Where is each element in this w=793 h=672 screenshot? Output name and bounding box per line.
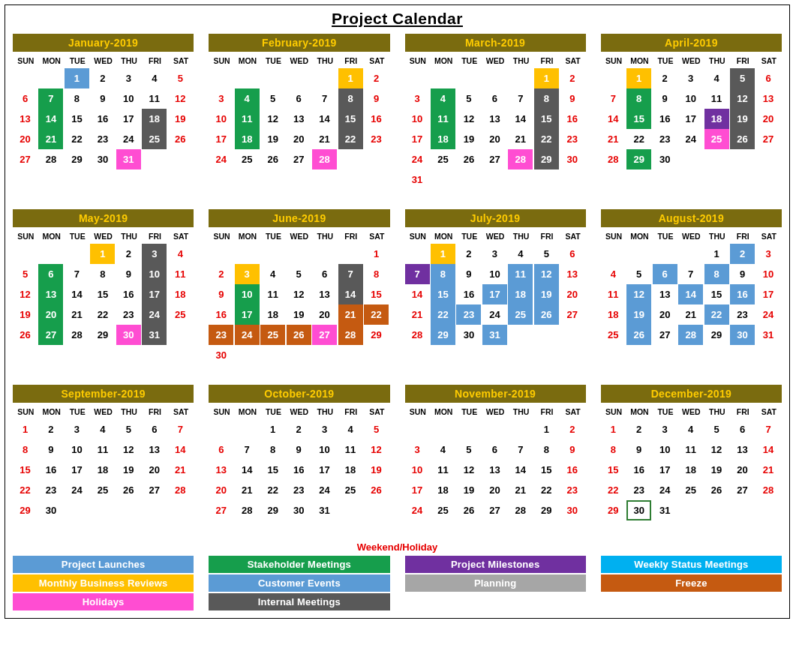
day-cell[interactable]: 9	[626, 440, 651, 460]
day-cell[interactable]: 3	[312, 419, 337, 440]
day-cell[interactable]: 21	[312, 129, 337, 149]
day-cell[interactable]: 26	[116, 480, 141, 500]
day-cell[interactable]: 14	[601, 109, 626, 129]
day-cell[interactable]: 9	[287, 440, 311, 460]
day-cell[interactable]: 3	[405, 440, 430, 460]
day-cell[interactable]: 17	[405, 480, 430, 500]
day-cell[interactable]: 16	[560, 460, 584, 480]
day-cell[interactable]: 11	[704, 88, 729, 109]
day-cell[interactable]: 28	[678, 325, 703, 345]
day-cell[interactable]: 22	[601, 480, 626, 500]
day-cell[interactable]: 18	[168, 284, 193, 304]
day-cell[interactable]: 3	[405, 88, 430, 109]
day-cell[interactable]: 23	[116, 304, 141, 325]
day-cell[interactable]: 25	[168, 304, 193, 325]
day-cell[interactable]: 4	[142, 68, 167, 88]
day-cell[interactable]: 31	[405, 170, 430, 190]
day-cell[interactable]: 22	[534, 480, 559, 500]
day-cell[interactable]: 28	[65, 325, 89, 345]
day-cell[interactable]: 12	[168, 88, 193, 109]
day-cell[interactable]: 3	[482, 244, 507, 264]
day-cell[interactable]: 23	[730, 304, 755, 325]
day-cell[interactable]: 8	[260, 440, 285, 460]
day-cell[interactable]: 24	[405, 149, 430, 170]
day-cell[interactable]: 25	[678, 480, 703, 500]
day-cell[interactable]: 16	[209, 304, 233, 325]
day-cell[interactable]: 13	[482, 109, 507, 129]
day-cell[interactable]: 2	[560, 419, 584, 440]
day-cell[interactable]: 3	[116, 68, 141, 88]
day-cell[interactable]: 29	[90, 325, 115, 345]
day-cell[interactable]: 24	[235, 325, 260, 345]
day-cell[interactable]: 22	[626, 129, 651, 149]
day-cell[interactable]: 4	[704, 68, 729, 88]
day-cell[interactable]: 5	[534, 244, 559, 264]
day-cell[interactable]: 22	[534, 129, 559, 149]
day-cell[interactable]: 18	[260, 304, 285, 325]
day-cell[interactable]: 11	[678, 440, 703, 460]
day-cell[interactable]: 8	[338, 88, 363, 109]
day-cell[interactable]: 25	[90, 480, 115, 500]
day-cell[interactable]: 4	[235, 88, 260, 109]
day-cell[interactable]: 23	[287, 480, 311, 500]
day-cell[interactable]: 12	[116, 440, 141, 460]
day-cell[interactable]: 12	[364, 440, 389, 460]
day-cell[interactable]: 1	[704, 244, 729, 264]
day-cell[interactable]: 30	[456, 325, 481, 345]
day-cell[interactable]: 20	[730, 460, 755, 480]
day-cell[interactable]: 5	[116, 419, 141, 440]
day-cell[interactable]: 6	[312, 264, 337, 284]
day-cell[interactable]: 6	[142, 419, 167, 440]
day-cell[interactable]: 8	[65, 88, 89, 109]
day-cell[interactable]: 14	[65, 284, 89, 304]
day-cell[interactable]: 17	[65, 460, 89, 480]
day-cell[interactable]: 28	[508, 500, 533, 520]
day-cell[interactable]: 27	[653, 325, 677, 345]
day-cell[interactable]: 5	[626, 264, 651, 284]
day-cell[interactable]: 25	[431, 149, 455, 170]
day-cell[interactable]: 26	[730, 129, 755, 149]
day-cell[interactable]: 26	[287, 325, 311, 345]
day-cell[interactable]: 30	[626, 500, 651, 520]
day-cell[interactable]: 20	[13, 129, 38, 149]
day-cell[interactable]: 31	[142, 325, 167, 345]
day-cell[interactable]: 22	[338, 129, 363, 149]
day-cell[interactable]: 7	[168, 419, 193, 440]
day-cell[interactable]: 29	[431, 325, 455, 345]
day-cell[interactable]: 17	[116, 109, 141, 129]
day-cell[interactable]: 10	[653, 440, 677, 460]
day-cell[interactable]: 11	[431, 109, 455, 129]
day-cell[interactable]: 24	[482, 304, 507, 325]
day-cell[interactable]: 6	[13, 88, 38, 109]
day-cell[interactable]: 13	[287, 109, 311, 129]
day-cell[interactable]: 25	[601, 325, 626, 345]
day-cell[interactable]: 28	[312, 149, 337, 170]
day-cell[interactable]: 12	[13, 284, 38, 304]
day-cell[interactable]: 3	[65, 419, 89, 440]
day-cell[interactable]: 23	[560, 480, 584, 500]
day-cell[interactable]: 10	[65, 440, 89, 460]
day-cell[interactable]: 13	[209, 460, 233, 480]
day-cell[interactable]: 25	[431, 500, 455, 520]
day-cell[interactable]: 13	[756, 88, 781, 109]
day-cell[interactable]: 10	[142, 264, 167, 284]
day-cell[interactable]: 16	[653, 109, 677, 129]
day-cell[interactable]: 30	[287, 500, 311, 520]
day-cell[interactable]: 24	[678, 129, 703, 149]
day-cell[interactable]: 17	[756, 284, 781, 304]
day-cell[interactable]: 9	[209, 284, 233, 304]
day-cell[interactable]: 1	[601, 419, 626, 440]
day-cell[interactable]: 10	[482, 264, 507, 284]
day-cell[interactable]: 1	[260, 419, 285, 440]
day-cell[interactable]: 18	[431, 129, 455, 149]
day-cell[interactable]: 11	[508, 264, 533, 284]
day-cell[interactable]: 5	[287, 264, 311, 284]
day-cell[interactable]: 7	[312, 88, 337, 109]
day-cell[interactable]: 7	[235, 440, 260, 460]
day-cell[interactable]: 5	[704, 419, 729, 440]
day-cell[interactable]: 5	[730, 68, 755, 88]
day-cell[interactable]: 17	[142, 284, 167, 304]
day-cell[interactable]: 8	[601, 440, 626, 460]
day-cell[interactable]: 18	[678, 460, 703, 480]
day-cell[interactable]: 14	[338, 284, 363, 304]
